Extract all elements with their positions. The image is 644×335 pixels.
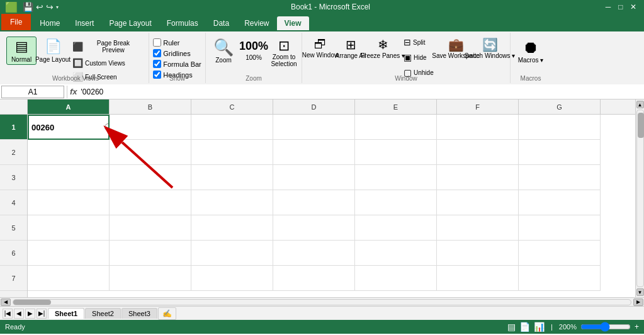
cell-F2[interactable] <box>437 140 519 165</box>
col-header-G[interactable]: G <box>519 99 601 114</box>
cell-C7[interactable] <box>191 266 273 291</box>
cell-C4[interactable] <box>191 190 273 215</box>
row-header-3[interactable]: 3 <box>0 165 27 190</box>
gridlines-checkbox[interactable] <box>153 49 161 57</box>
col-header-D[interactable]: D <box>273 99 355 114</box>
row-header-7[interactable]: 7 <box>0 266 27 291</box>
macros-btn[interactable]: ⏺ Macros ▾ <box>514 37 547 65</box>
scroll-left-btn[interactable]: ◀ <box>1 298 11 306</box>
page-break-status-btn[interactable]: 📊 <box>534 322 545 332</box>
page-layout-view-btn[interactable]: 📄 Page Layout <box>38 37 68 65</box>
cell-A1[interactable]: 00260 <box>28 115 110 140</box>
cell-B1[interactable] <box>110 115 191 140</box>
zoom-100-btn[interactable]: 100% 100% <box>240 37 268 63</box>
cell-C1[interactable] <box>191 115 273 140</box>
cell-G7[interactable] <box>519 266 601 291</box>
cell-G4[interactable] <box>519 190 601 215</box>
cell-E6[interactable] <box>355 241 437 266</box>
row-header-5[interactable]: 5 <box>0 215 27 241</box>
cell-F7[interactable] <box>437 266 519 291</box>
scroll-down-btn[interactable]: ▼ <box>636 288 644 296</box>
cell-G2[interactable] <box>519 140 601 165</box>
cell-G5[interactable] <box>519 215 601 241</box>
qat-dropdown-btn[interactable]: ▾ <box>56 4 59 10</box>
normal-view-status-btn[interactable]: ▤ <box>507 322 516 332</box>
ruler-checkbox[interactable] <box>153 38 161 47</box>
cell-E2[interactable] <box>355 140 437 165</box>
scroll-thumb[interactable] <box>638 113 644 138</box>
cell-D1[interactable] <box>273 115 355 140</box>
zoom-slider[interactable] <box>580 322 631 332</box>
cell-E5[interactable] <box>355 215 437 241</box>
formula-bar-checkbox[interactable] <box>153 60 161 68</box>
page-layout-status-btn[interactable]: 📄 <box>519 322 530 332</box>
minimize-btn[interactable]: ─ <box>602 1 614 13</box>
save-qat-btn[interactable]: 💾 <box>23 2 33 12</box>
cell-D3[interactable] <box>273 165 355 190</box>
cell-C6[interactable] <box>191 241 273 266</box>
cell-G1[interactable] <box>519 115 601 140</box>
switch-windows-btn[interactable]: 🔄 Switch Windows ▾ <box>473 35 506 61</box>
col-header-B[interactable]: B <box>110 99 191 114</box>
cell-E4[interactable] <box>355 190 437 215</box>
cell-G6[interactable] <box>519 241 601 266</box>
page-break-preview-btn[interactable]: ⬛ Page Break Preview <box>69 38 145 55</box>
tab-insert[interactable]: Insert <box>67 16 101 30</box>
cell-A4[interactable] <box>28 190 110 215</box>
cell-B7[interactable] <box>110 266 191 291</box>
cell-D7[interactable] <box>273 266 355 291</box>
col-header-E[interactable]: E <box>355 99 437 114</box>
row-header-4[interactable]: 4 <box>0 190 27 215</box>
sheet-nav-last[interactable]: ▶| <box>37 309 47 319</box>
cell-E1[interactable] <box>355 115 437 140</box>
col-header-F[interactable]: F <box>437 99 519 114</box>
tab-review[interactable]: Review <box>237 16 276 30</box>
cell-D4[interactable] <box>273 190 355 215</box>
tab-page-layout[interactable]: Page Layout <box>101 16 159 30</box>
custom-views-btn[interactable]: 🔲 Custom Views <box>69 57 145 69</box>
sheet-tab-3[interactable]: Sheet3 <box>121 308 157 319</box>
cell-A5[interactable] <box>28 215 110 241</box>
maximize-btn[interactable]: □ <box>615 1 626 13</box>
cell-D6[interactable] <box>273 241 355 266</box>
row-header-2[interactable]: 2 <box>0 140 27 165</box>
tab-file[interactable]: File <box>1 14 31 30</box>
sheet-tab-1[interactable]: Sheet1 <box>48 308 84 319</box>
cell-D5[interactable] <box>273 215 355 241</box>
cell-E3[interactable] <box>355 165 437 190</box>
bottom-scrollbar[interactable]: ◀ ▶ <box>0 297 644 306</box>
h-scroll-track[interactable] <box>13 299 631 305</box>
cell-A7[interactable] <box>28 266 110 291</box>
cell-F3[interactable] <box>437 165 519 190</box>
cell-B4[interactable] <box>110 190 191 215</box>
tab-formulas[interactable]: Formulas <box>159 16 206 30</box>
cell-G3[interactable] <box>519 165 601 190</box>
cell-A3[interactable] <box>28 165 110 190</box>
sheet-tab-new[interactable]: ✍ <box>158 307 176 320</box>
cell-B2[interactable] <box>110 140 191 165</box>
sheet-nav-next[interactable]: ▶ <box>25 309 35 319</box>
cell-E7[interactable] <box>355 266 437 291</box>
sheet-nav-first[interactable]: |◀ <box>3 309 13 319</box>
name-box[interactable] <box>1 86 64 98</box>
sheet-tab-2[interactable]: Sheet2 <box>85 308 121 319</box>
col-header-A[interactable]: A <box>28 99 110 114</box>
redo-qat-btn[interactable]: ↪ <box>46 2 54 12</box>
cell-C2[interactable] <box>191 140 273 165</box>
cell-F1[interactable] <box>437 115 519 140</box>
tab-data[interactable]: Data <box>206 16 237 30</box>
right-scrollbar[interactable]: ▲ ▼ <box>635 99 644 297</box>
formula-bar-checkbox-row[interactable]: Formula Bar <box>153 59 201 69</box>
scroll-up-btn[interactable]: ▲ <box>636 101 644 108</box>
cell-B6[interactable] <box>110 241 191 266</box>
undo-qat-btn[interactable]: ↩ <box>36 2 43 12</box>
scroll-track[interactable] <box>636 110 644 287</box>
cell-B5[interactable] <box>110 215 191 241</box>
cell-F5[interactable] <box>437 215 519 241</box>
scroll-right-btn[interactable]: ▶ <box>633 298 643 306</box>
sheet-nav-prev[interactable]: ◀ <box>14 309 24 319</box>
col-header-C[interactable]: C <box>191 99 273 114</box>
cell-C3[interactable] <box>191 165 273 190</box>
freeze-panes-btn[interactable]: ❄ Freeze Panes ▾ <box>366 35 399 61</box>
cell-A2[interactable] <box>28 140 110 165</box>
